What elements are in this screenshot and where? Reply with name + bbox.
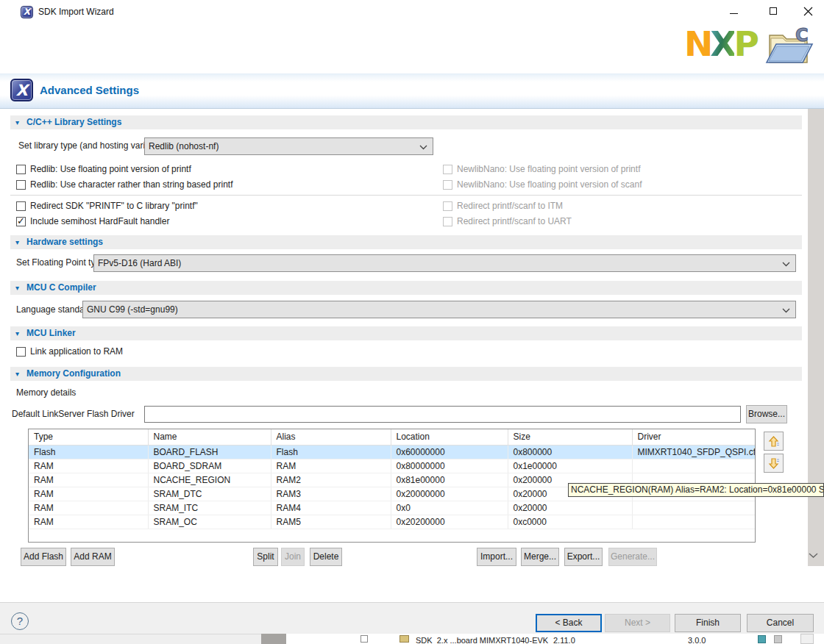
finish-button[interactable]: Finish [675,614,741,632]
table-row[interactable]: RAM BOARD_SDRAM RAM 0x80000000 0x1e00000 [29,459,755,473]
chevron-down-icon [419,145,427,150]
wizard-header: X Advanced Settings [0,74,824,109]
memory-details-label: Memory details [16,387,76,398]
export-button[interactable]: Export... [564,548,603,566]
background-divider-block [261,634,286,644]
add-flash-button[interactable]: Add Flash [21,548,66,566]
section-hardware-settings[interactable]: Hardware settings [10,235,802,249]
checkbox-newlibnano-float-printf: NewlibNano: Use floating point version o… [443,163,640,175]
fpu-combo[interactable]: FPv5-D16 (Hard ABI) [93,254,796,272]
split-button[interactable]: Split [253,548,278,566]
background-panel [0,634,261,644]
column-header-driver[interactable]: Driver [632,429,755,445]
close-icon [803,7,813,16]
library-type-label: Set library type (and hosting variant) [18,140,160,151]
flash-driver-label: Default LinkServer Flash Driver [12,409,135,419]
flash-driver-input[interactable] [144,406,741,423]
fpu-value: FPv5-D16 (Hard ABI) [98,258,181,268]
help-button[interactable]: ? [11,612,29,630]
merge-button[interactable]: Merge... [521,548,559,566]
checkbox-redlib-char-printf[interactable]: Redlib: Use character rather than string… [16,179,232,190]
nxp-logo: NXP [684,26,756,61]
checkbox-icon [443,165,452,174]
minimize-button[interactable] [717,0,750,22]
checkbox-label: Link application to RAM [30,346,123,357]
section-memory-configuration[interactable]: Memory Configuration [10,367,802,381]
checkbox-label: Include semihost HardFault handler [30,216,169,226]
cell-alias: RAM [271,459,391,473]
move-down-button[interactable] [764,454,784,473]
cell-alias: RAM3 [271,487,391,501]
cell-driver [632,501,755,515]
cancel-button[interactable]: Cancel [747,614,814,632]
cell-type: RAM [29,515,148,529]
join-button: Join [281,548,305,566]
move-up-button[interactable] [764,432,784,451]
column-header-size[interactable]: Size [508,429,632,445]
cell-alias: RAM5 [271,515,391,529]
mcuxpresso-app-icon: X [21,6,33,18]
add-ram-button[interactable]: Add RAM [71,548,115,566]
background-version2-text: 3.0.0 [688,636,706,644]
c-project-folder-icon: C [764,24,817,71]
section-mcu-c-compiler[interactable]: MCU C Compiler [10,281,802,295]
section-mcu-linker[interactable]: MCU Linker [10,326,802,340]
language-standard-combo[interactable]: GNU C99 (-std=gnu99) [82,301,796,318]
background-sdk-row-text: SDK_2.x ...board MIMXRT1040-EVK [416,636,548,644]
maximize-icon [770,7,777,15]
checkbox-link-to-ram[interactable]: Link application to RAM [16,346,123,357]
checkbox-icon [443,180,452,190]
cell-driver: MIMXRT1040_SFDP_QSPI.cfx [632,445,755,459]
background-scrollbar [800,634,814,644]
checkbox-label: NewlibNano: Use floating point version o… [457,164,640,174]
cell-driver [632,459,755,473]
cell-name: BOARD_SDRAM [148,459,271,473]
back-button[interactable]: < Back [536,614,602,632]
checkbox-icon [16,217,26,226]
titlebar: X SDK Import Wizard [0,0,824,23]
maximize-button[interactable] [756,0,789,22]
table-row[interactable]: RAM SRAM_ITC RAM4 0x0 0x20000 [29,501,755,515]
checkbox-icon [443,201,452,211]
cell-location: 0x0 [391,501,508,515]
fpu-label: Set Floating Point type [16,257,105,268]
checkbox-label: Redirect printf/scanf to UART [457,216,572,226]
delete-button[interactable]: Delete [310,548,342,566]
cell-name: BOARD_FLASH [148,445,271,459]
cell-location: 0x81e00000 [391,473,508,487]
table-row[interactable]: Flash BOARD_FLASH Flash 0x60000000 0x800… [29,445,755,459]
right-margin-strip [808,109,824,566]
column-header-location[interactable]: Location [391,429,508,445]
generate-button: Generate... [608,548,657,566]
checkbox-redlib-float-printf[interactable]: Redlib: Use floating point version of pr… [16,163,191,175]
checkbox-label: Redirect SDK "PRINTF" to C library "prin… [30,201,198,211]
memory-region-tooltip: NCACHE_REGION(RAM) Alias=RAM2: Location=… [568,483,824,497]
cell-alias: Flash [271,445,391,459]
import-button[interactable]: Import... [477,548,516,566]
checkbox-redirect-itm: Redirect printf/scanf to ITM [443,200,563,212]
cell-type: RAM [29,501,148,515]
checkbox-icon [16,180,26,190]
checkbox-label: Redlib: Use floating point version of pr… [30,164,191,174]
table-row[interactable]: RAM SRAM_OC RAM5 0x20200000 0xc0000 [29,515,755,529]
cell-size: 0x20000 [508,501,632,515]
nxp-letter-x: X [710,24,734,64]
background-version-text: 2.11.0 [553,636,575,644]
column-header-name[interactable]: Name [148,429,271,445]
folder-c-letter: C [795,25,809,46]
cell-type: RAM [29,459,148,473]
checkbox-semihost-hardfault[interactable]: Include semihost HardFault handler [16,215,169,227]
collapse-chevron-icon[interactable] [809,551,818,561]
close-button[interactable] [792,0,824,22]
cell-size: 0xc0000 [508,515,632,529]
library-type-combo[interactable]: Redlib (nohost-nf) [144,137,433,155]
column-header-alias[interactable]: Alias [271,429,391,445]
window-title: SDK Import Wizard [38,7,114,17]
section-library-settings[interactable]: C/C++ Library Settings [10,115,802,129]
browse-button[interactable]: Browse... [746,405,787,423]
next-button: Next > [605,614,670,632]
column-header-type[interactable]: Type [29,429,148,445]
cell-size: 0x800000 [508,445,632,459]
cell-location: 0x80000000 [391,459,508,473]
checkbox-redirect-sdk-printf[interactable]: Redirect SDK "PRINTF" to C library "prin… [16,200,198,212]
